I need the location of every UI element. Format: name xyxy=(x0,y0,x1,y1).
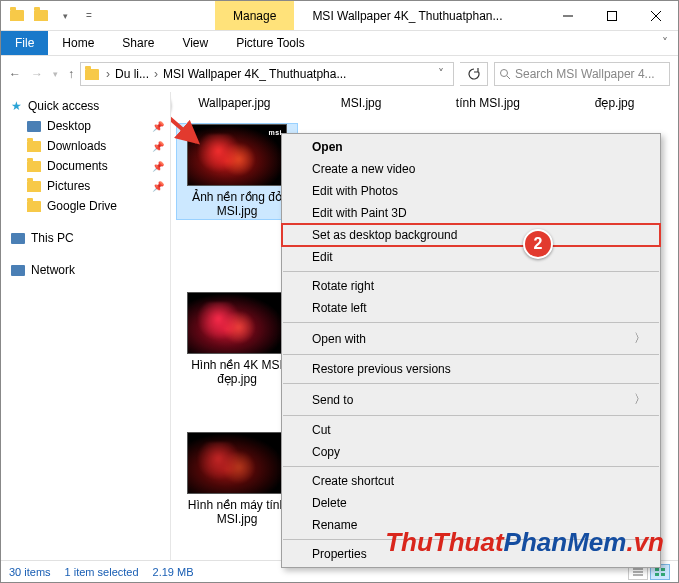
minimize-button[interactable] xyxy=(546,1,590,31)
sidebar-item-documents[interactable]: Documents 📌 xyxy=(1,156,170,176)
annotation-arrow-icon xyxy=(171,114,205,154)
cm-rotate-left[interactable]: Rotate left xyxy=(282,297,660,319)
sidebar-this-pc[interactable]: This PC xyxy=(1,228,170,248)
sidebar-item-pictures[interactable]: Pictures 📌 xyxy=(1,176,170,196)
close-button[interactable] xyxy=(634,1,678,31)
desktop-icon xyxy=(27,121,41,132)
cm-cut[interactable]: Cut xyxy=(282,419,660,441)
cm-edit-paint3d[interactable]: Edit with Paint 3D xyxy=(282,202,660,224)
ribbon-expand-icon[interactable]: ˅ xyxy=(662,36,678,50)
pin-icon: 📌 xyxy=(152,141,164,152)
file-item[interactable]: Hình nền máy tính MSI.jpg xyxy=(177,432,297,527)
cm-send-to[interactable]: Send to〉 xyxy=(282,387,660,412)
sidebar-label: Documents xyxy=(47,159,108,173)
svg-point-4 xyxy=(501,70,508,77)
separator xyxy=(283,466,659,467)
file-tab[interactable]: File xyxy=(1,31,48,55)
cm-edit[interactable]: Edit xyxy=(282,246,660,268)
cm-set-desktop-background[interactable]: Set as desktop background xyxy=(282,224,660,246)
qat-overflow-icon[interactable]: = xyxy=(79,6,99,26)
breadcrumb-seg[interactable]: MSI Wallpaper 4K_ Thuthuatpha... xyxy=(163,67,346,81)
header-cell: tính MSI.jpg xyxy=(425,96,552,110)
svg-rect-12 xyxy=(655,573,659,576)
svg-line-6 xyxy=(171,116,197,142)
search-icon xyxy=(499,68,511,80)
separator xyxy=(283,271,659,272)
qat-dropdown-icon[interactable]: ▾ xyxy=(55,6,75,26)
forward-button: → xyxy=(31,67,43,81)
chevron-right-icon[interactable]: › xyxy=(103,67,113,81)
up-button[interactable]: ↑ xyxy=(68,67,74,81)
documents-icon xyxy=(27,161,41,172)
header-cell: MSI.jpg xyxy=(298,96,425,110)
thumbnail xyxy=(187,432,287,494)
cm-create-video[interactable]: Create a new video xyxy=(282,158,660,180)
file-label: Hình nền máy tính MSI.jpg xyxy=(177,498,297,527)
cm-rotate-right[interactable]: Rotate right xyxy=(282,275,660,297)
sidebar-label: Google Drive xyxy=(47,199,117,213)
cm-create-shortcut[interactable]: Create shortcut xyxy=(282,470,660,492)
sidebar-network[interactable]: Network xyxy=(1,260,170,280)
cm-open-with[interactable]: Open with〉 xyxy=(282,326,660,351)
network-icon xyxy=(11,265,25,276)
cm-open[interactable]: Open xyxy=(282,136,660,158)
sidebar-label: This PC xyxy=(31,231,74,245)
file-item[interactable]: Hình nền 4K MSI đẹp.jpg xyxy=(177,292,297,387)
picture-tools-tab[interactable]: Picture Tools xyxy=(222,31,318,55)
chevron-right-icon[interactable]: › xyxy=(151,67,161,81)
header-row: Wallpaper.jpg MSI.jpg tính MSI.jpg đẹp.j… xyxy=(171,92,678,120)
cm-delete[interactable]: Delete xyxy=(282,492,660,514)
file-label: Ảnh nền rồng đỏ MSI.jpg xyxy=(177,190,297,219)
home-tab[interactable]: Home xyxy=(48,31,108,55)
sidebar-label: Network xyxy=(31,263,75,277)
separator xyxy=(283,383,659,384)
sidebar-label: Quick access xyxy=(28,99,99,113)
share-tab[interactable]: Share xyxy=(108,31,168,55)
refresh-button[interactable] xyxy=(460,62,488,86)
submenu-arrow-icon: 〉 xyxy=(634,391,646,408)
pin-icon: 📌 xyxy=(152,181,164,192)
star-icon: ★ xyxy=(11,99,22,113)
breadcrumb-root-icon xyxy=(85,69,99,80)
recent-dropdown-icon[interactable]: ▾ xyxy=(53,69,58,79)
cm-restore-versions[interactable]: Restore previous versions xyxy=(282,358,660,380)
downloads-icon xyxy=(27,141,41,152)
submenu-arrow-icon: 〉 xyxy=(634,330,646,347)
ribbon: File Home Share View Picture Tools ˅ xyxy=(1,31,678,56)
cm-edit-photos[interactable]: Edit with Photos xyxy=(282,180,660,202)
annotation-badge-2: 2 xyxy=(523,229,553,259)
folder-icon xyxy=(27,201,41,212)
separator xyxy=(283,322,659,323)
sidebar-item-desktop[interactable]: Desktop 📌 xyxy=(1,116,170,136)
sidebar-item-downloads[interactable]: Downloads 📌 xyxy=(1,136,170,156)
manage-contextual-tab[interactable]: Manage xyxy=(215,1,294,30)
sidebar-label: Pictures xyxy=(47,179,90,193)
pin-icon: 📌 xyxy=(152,121,164,132)
folder-open-icon[interactable] xyxy=(31,6,51,26)
breadcrumb-dropdown-icon[interactable]: ˅ xyxy=(433,67,449,81)
context-menu: Open Create a new video Edit with Photos… xyxy=(281,133,661,568)
svg-rect-11 xyxy=(661,568,665,571)
titlebar: ▾ = Manage MSI Wallpaper 4K_ Thuthuatpha… xyxy=(1,1,678,31)
svg-rect-13 xyxy=(661,573,665,576)
svg-rect-1 xyxy=(608,11,617,20)
cm-copy[interactable]: Copy xyxy=(282,441,660,463)
header-cell: Wallpaper.jpg xyxy=(171,96,298,110)
svg-line-5 xyxy=(507,76,510,79)
back-button[interactable]: ← xyxy=(9,67,21,81)
separator xyxy=(283,415,659,416)
sidebar-item-googledrive[interactable]: Google Drive xyxy=(1,196,170,216)
pictures-icon xyxy=(27,181,41,192)
status-selection: 1 item selected xyxy=(65,566,139,578)
sidebar-quick-access[interactable]: ★ Quick access xyxy=(1,96,170,116)
search-input[interactable]: Search MSI Wallpaper 4... xyxy=(494,62,670,86)
thumbnail xyxy=(187,292,287,354)
file-label: Hình nền 4K MSI đẹp.jpg xyxy=(177,358,297,387)
quick-access-toolbar: ▾ = xyxy=(1,6,105,26)
breadcrumb-seg[interactable]: Du li... xyxy=(115,67,149,81)
breadcrumb[interactable]: › Du li... › MSI Wallpaper 4K_ Thuthuatp… xyxy=(80,62,454,86)
separator xyxy=(283,354,659,355)
view-tab[interactable]: View xyxy=(168,31,222,55)
navigation-row: ← → ▾ ↑ › Du li... › MSI Wallpaper 4K_ T… xyxy=(1,56,678,92)
maximize-button[interactable] xyxy=(590,1,634,31)
